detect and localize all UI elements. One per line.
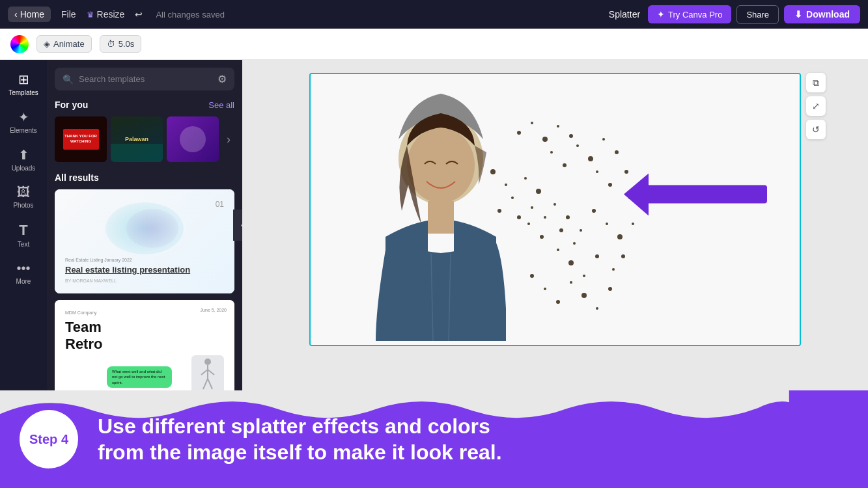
- svg-point-37: [505, 183, 507, 186]
- elements-icon: ✦: [18, 109, 29, 125]
- project-name: Splatter: [609, 9, 640, 20]
- bottom-line1: Use different splatter effects and color…: [98, 413, 855, 439]
- card2-figure: [191, 355, 224, 390]
- svg-point-52: [596, 307, 598, 310]
- home-label: Home: [20, 9, 44, 20]
- see-all-button[interactable]: See all: [208, 100, 234, 110]
- copy-canvas-button[interactable]: ⧉: [806, 73, 826, 92]
- svg-line-4: [203, 379, 208, 389]
- photos-icon: 🖼: [17, 185, 30, 200]
- templates-panel: 🔍 ⚙ For you See all THANK YOU FOR WATCHI…: [47, 60, 242, 390]
- card1-subtitle: Real Estate Listing January 2022: [65, 258, 224, 262]
- refresh-icon: ↺: [812, 124, 820, 135]
- bottom-text: Use different splatter effects and color…: [98, 413, 855, 465]
- search-input[interactable]: [79, 74, 212, 84]
- svg-marker-61: [624, 174, 649, 216]
- sidebar-item-templates[interactable]: ⊞ Templates: [0, 65, 47, 103]
- canvas-frame[interactable]: [309, 73, 801, 346]
- bottom-section: Step 4 Use different splatter effects an…: [0, 390, 868, 488]
- svg-point-22: [566, 215, 570, 219]
- text-icon: T: [19, 222, 27, 239]
- template-thumb-2[interactable]: Palawan: [111, 116, 163, 162]
- svg-point-35: [511, 197, 514, 199]
- more-templates-arrow[interactable]: ›: [223, 116, 234, 162]
- svg-point-17: [596, 170, 598, 173]
- svg-point-46: [632, 223, 634, 225]
- download-button[interactable]: ⬇ Download: [784, 5, 860, 23]
- svg-rect-59: [428, 201, 454, 234]
- try-pro-button[interactable]: ✦ Try Canva Pro: [648, 5, 731, 23]
- download-icon: ⬇: [794, 9, 802, 20]
- templates-icon: ⊞: [18, 72, 29, 87]
- card2-subtitle: Retro: [65, 336, 224, 353]
- top-navigation: ‹ Home File ♛ Resize ↩ All changes saved…: [0, 0, 868, 29]
- home-button[interactable]: ‹ Home: [8, 7, 51, 22]
- clock-icon: ⏱: [107, 39, 115, 49]
- svg-point-13: [576, 144, 579, 147]
- svg-point-24: [592, 209, 596, 213]
- svg-point-34: [621, 254, 625, 258]
- animate-button[interactable]: ◈ Animate: [36, 35, 92, 53]
- svg-point-50: [570, 281, 572, 284]
- template-thumb-1[interactable]: THANK YOU FOR WATCHING: [55, 116, 107, 162]
- filter-button[interactable]: ⚙: [217, 73, 227, 85]
- expand-canvas-button[interactable]: ⤢: [806, 96, 826, 116]
- sidebar-icons: ⊞ Templates ✦ Elements ⬆ Uploads 🖼 Photo…: [0, 60, 47, 390]
- svg-point-16: [615, 150, 619, 154]
- svg-point-51: [581, 293, 587, 298]
- svg-point-25: [606, 223, 608, 225]
- svg-point-43: [573, 242, 576, 245]
- svg-point-6: [517, 131, 521, 135]
- svg-point-18: [608, 183, 612, 187]
- svg-point-7: [531, 122, 533, 124]
- saved-status: All changes saved: [156, 10, 225, 20]
- canvas-wrapper: ⧉ ⤢ ↺: [309, 73, 801, 346]
- color-wheel-button[interactable]: [10, 35, 29, 53]
- share-button[interactable]: Share: [736, 5, 779, 24]
- expand-icon: ⤢: [812, 101, 820, 111]
- svg-point-58: [407, 128, 475, 203]
- svg-rect-60: [643, 185, 767, 204]
- template-thumb-3[interactable]: [167, 116, 219, 162]
- thumb1-text: THANK YOU FOR WATCHING: [63, 134, 99, 144]
- search-bar[interactable]: 🔍 ⚙: [55, 68, 234, 90]
- svg-point-28: [540, 235, 544, 239]
- refresh-canvas-button[interactable]: ↺: [806, 120, 826, 139]
- for-you-header: For you See all: [55, 100, 234, 110]
- svg-line-3: [208, 370, 214, 375]
- svg-point-9: [557, 125, 559, 128]
- card2-title: Team: [65, 319, 224, 336]
- collapse-panel-button[interactable]: ‹: [233, 210, 242, 241]
- file-button[interactable]: File: [56, 7, 81, 22]
- svg-point-10: [569, 134, 573, 138]
- card1-number: 01: [216, 200, 224, 209]
- sidebar-item-photos[interactable]: 🖼 Photos: [0, 178, 47, 215]
- template-card-real-estate[interactable]: Real Estate Listing January 2022 Real es…: [55, 189, 234, 293]
- for-you-title: For you: [55, 100, 88, 110]
- duration-button[interactable]: ⏱ 5.0s: [100, 35, 142, 53]
- template-card-team-retro[interactable]: MDM Company June 5, 2020 Team Retro What…: [55, 300, 234, 390]
- step-badge-text: Step 4: [29, 432, 68, 447]
- thumb2-text: Palawan: [125, 136, 148, 142]
- sidebar-item-uploads[interactable]: ⬆ Uploads: [0, 141, 47, 178]
- undo-button[interactable]: ↩: [130, 7, 148, 22]
- arrow-element[interactable]: [624, 174, 780, 219]
- svg-point-39: [517, 215, 521, 219]
- svg-point-30: [568, 260, 574, 265]
- sidebar-item-more[interactable]: ••• More: [0, 254, 47, 291]
- svg-point-19: [524, 177, 527, 180]
- sidebar-item-text[interactable]: T Text: [0, 215, 47, 254]
- svg-point-0: [204, 359, 211, 365]
- sidebar-item-elements[interactable]: ✦ Elements: [0, 103, 47, 141]
- svg-point-21: [553, 203, 556, 206]
- main-layout: ⊞ Templates ✦ Elements ⬆ Uploads 🖼 Photo…: [0, 60, 868, 390]
- svg-point-42: [559, 228, 563, 232]
- resize-button[interactable]: ♛ Resize: [87, 9, 125, 20]
- all-results-title: All results: [55, 172, 234, 183]
- svg-point-31: [583, 275, 585, 277]
- svg-point-40: [531, 206, 533, 209]
- svg-point-15: [602, 138, 605, 141]
- canvas-image: [324, 81, 636, 341]
- svg-point-32: [595, 254, 599, 258]
- bottom-line2: from the image itself to make it look re…: [98, 439, 855, 465]
